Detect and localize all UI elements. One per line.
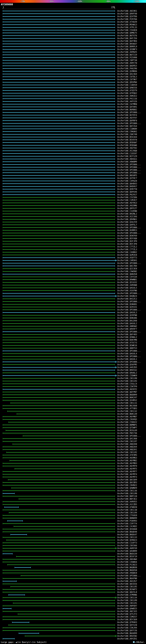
hit-label[interactable]: UniRef100_Q3UJ59 — [117, 221, 137, 223]
hit-bar[interactable] — [3, 101, 115, 102]
hit-label[interactable]: UniRef100_C8VN22 — [117, 484, 137, 486]
hit-bar[interactable] — [3, 298, 115, 299]
hit-row[interactable]: UniRef100_Q75WP7 — [0, 426, 146, 429]
hit-label[interactable]: UniRef100_Q5R7Y0 — [117, 188, 137, 190]
hit-label[interactable]: UniRef100_C8CLS4 — [117, 597, 137, 599]
hit-row[interactable]: UniRef100_P29766 — [0, 18, 146, 20]
hit-row[interactable]: UniRef100_Q6F483 — [0, 333, 146, 336]
hit-bar[interactable] — [3, 375, 115, 376]
hit-label[interactable]: UniRef100_Q2QNF3 — [117, 48, 137, 50]
hit-row[interactable]: UniRef100_B5X978 — [0, 138, 146, 141]
hit-label[interactable]: UniRef100_C7GVG9 — [117, 514, 137, 516]
hit-bar[interactable] — [3, 394, 115, 395]
hit-bar[interactable] — [3, 458, 115, 458]
hit-label[interactable]: UniRef100_C4QWG6 — [117, 561, 137, 563]
hit-row[interactable]: UniRef100_B8MBP1 — [0, 424, 146, 426]
hit-label[interactable]: UniRef100_B4N386 — [117, 317, 137, 319]
hit-bar[interactable] — [3, 573, 115, 573]
hit-bar[interactable] — [3, 90, 115, 91]
hit-row[interactable]: UniRef100_C6T9K7 — [0, 78, 146, 81]
hit-row[interactable]: UniRef100_Q2XTD6 — [0, 15, 146, 18]
hit-row[interactable]: UniRef100_P62917 — [0, 193, 146, 196]
hit-label[interactable]: UniRef100_C9K0H2 — [117, 131, 137, 133]
hit-bar[interactable] — [23, 436, 115, 436]
hit-bar[interactable] — [3, 581, 17, 582]
hit-bar[interactable] — [3, 74, 115, 74]
hit-label[interactable]: UniRef100_P25998 — [117, 57, 137, 59]
hit-bar[interactable] — [3, 345, 115, 346]
hit-label[interactable]: UniRef100_M5HW13 — [117, 24, 137, 26]
hit-row[interactable]: UniRef100_A9QDE8 — [0, 572, 146, 574]
hit-row[interactable]: UniRef100_B6QD48 — [0, 530, 146, 533]
hit-label[interactable]: UniRef100_C4JKD2 — [117, 526, 137, 528]
hit-label[interactable]: UniRef100_Q41360 — [117, 438, 137, 440]
hit-label[interactable]: UniRef100_A6IZG7 — [117, 580, 137, 582]
hit-bar[interactable] — [3, 150, 115, 151]
hit-label[interactable]: UniRef100_A8IVK1 — [117, 10, 137, 12]
hit-label[interactable]: UniRef100_C5KJ94 — [117, 627, 137, 629]
hit-row[interactable]: UniRef100_Q4GXL5 — [0, 286, 146, 289]
hit-label[interactable]: UniRef100_Q7RGK3 — [117, 622, 137, 624]
hit-label[interactable]: UniRef100_A0C1G5 — [117, 610, 137, 612]
hit-label[interactable]: UniRef100_A7XDZ9 — [117, 21, 137, 23]
hit-bar[interactable] — [3, 638, 14, 639]
hit-label[interactable]: UniRef100_B2WK16 — [117, 344, 137, 346]
hit-bar[interactable] — [3, 559, 115, 560]
hit-row[interactable]: UniRef100_UPI000... — [0, 330, 146, 333]
hit-bar[interactable] — [3, 545, 115, 546]
hit-label[interactable]: UniRef100_A8Q3V4 — [117, 446, 137, 448]
hit-label[interactable]: UniRef100_UPI000... — [117, 350, 141, 352]
hit-label[interactable]: UniRef100_A6YM73 — [117, 476, 137, 478]
hit-label[interactable]: UniRef100_UPI000... — [117, 169, 141, 171]
hit-bar[interactable] — [17, 414, 115, 414]
hit-bar[interactable] — [3, 455, 115, 455]
hit-bar[interactable] — [14, 526, 115, 526]
hit-bar[interactable] — [3, 162, 115, 162]
hit-row[interactable]: UniRef100_C8CLR4 — [0, 511, 146, 514]
hit-row[interactable]: UniRef100_A8ZT82 — [0, 147, 146, 150]
hit-bar[interactable] — [3, 153, 115, 154]
hit-label[interactable]: UniRef100_C8CLR8 — [117, 378, 137, 380]
hit-label[interactable]: UniRef100_A6YM07 — [117, 416, 137, 418]
hit-bar[interactable] — [3, 107, 115, 107]
hit-row[interactable]: UniRef100_UPI000... — [0, 232, 146, 234]
hit-row[interactable]: UniRef100_B6DDR9 — [0, 394, 146, 396]
hit-bar[interactable] — [3, 616, 115, 617]
hit-row[interactable]: UniRef100_B6JUU0 — [0, 404, 146, 407]
hit-bar[interactable] — [19, 499, 115, 499]
hit-label[interactable]: UniRef100_C8CLR0 — [117, 492, 137, 494]
hit-row[interactable]: UniRef100_Q51U32 — [0, 281, 146, 284]
hit-label[interactable]: UniRef100_C3ZEN0 — [117, 210, 137, 212]
hit-label[interactable]: UniRef100_B2Y129 — [117, 155, 137, 158]
hit-row[interactable]: UniRef100_B5DGW6 — [0, 144, 146, 147]
hit-bar[interactable] — [3, 27, 115, 28]
hit-label[interactable]: UniRef100_Q6PBF0 — [117, 120, 137, 122]
hit-row[interactable]: UniRef100_B5Y3U9 — [0, 618, 146, 621]
hit-row[interactable]: UniRef100_B0S8P5 — [0, 174, 146, 177]
hit-bar[interactable] — [3, 362, 115, 362]
hit-bar[interactable] — [3, 340, 115, 340]
hit-label[interactable]: UniRef100_A7PL33 — [117, 26, 137, 28]
hit-bar[interactable] — [3, 159, 115, 159]
hit-label[interactable]: UniRef100_C1BVS9 — [117, 84, 137, 86]
hit-row[interactable]: UniRef100_B9VC62 — [0, 369, 146, 372]
hit-bar[interactable] — [8, 480, 115, 480]
hit-row[interactable]: UniRef100_C6TMR0 — [0, 103, 146, 106]
hit-bar[interactable] — [3, 140, 115, 140]
hit-label[interactable]: UniRef100_A9PBZ5 — [117, 51, 137, 53]
hit-label[interactable]: UniRef100_Q4W316 — [117, 87, 137, 89]
hit-bar[interactable] — [3, 110, 115, 110]
hit-bar[interactable] — [3, 529, 115, 529]
hit-label[interactable]: UniRef100_Q5A668 — [117, 528, 137, 530]
hit-row[interactable]: UniRef100_C6TDL5 — [0, 76, 146, 78]
hit-label[interactable]: UniRef100_UPI000... — [117, 166, 141, 168]
hit-bar[interactable] — [3, 194, 115, 195]
hit-label[interactable]: UniRef100_Q6PGV6 — [117, 191, 137, 193]
hit-bar[interactable] — [3, 562, 115, 562]
hit-bar[interactable] — [12, 444, 115, 444]
hit-row[interactable]: UniRef100_UPI000... — [0, 168, 146, 171]
hit-bar[interactable] — [3, 271, 115, 272]
hit-label[interactable]: UniRef100_Q6FPN7 — [117, 391, 137, 393]
hit-label[interactable]: UniRef100_A3GFN6 — [117, 290, 137, 292]
hit-label[interactable]: UniRef100_UPI000... — [117, 301, 141, 303]
